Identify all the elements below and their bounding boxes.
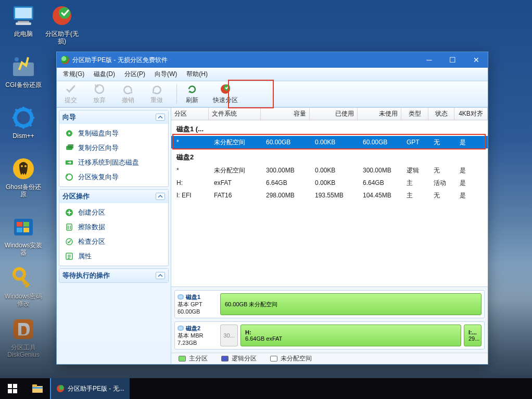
legend: 主分区 逻辑分区 未分配空间 bbox=[171, 353, 488, 364]
group-disk2[interactable]: 磁盘2 bbox=[171, 148, 488, 164]
group-disk1[interactable]: 磁盘1 (... bbox=[171, 120, 488, 136]
window-title: 分区助手PE版 - 无损分区免费软件 bbox=[72, 56, 168, 65]
disk-map-1[interactable]: 磁盘1 基本 GPT 60.00GB 60.00GB 未分配空间 bbox=[174, 290, 485, 318]
wizard-copy-disk[interactable]: 复制磁盘向导 bbox=[60, 126, 167, 141]
tool-refresh[interactable]: 刷新 bbox=[178, 81, 207, 107]
legend-primary: 主分区 bbox=[179, 354, 208, 363]
segment-i[interactable]: I:... 29... bbox=[464, 325, 482, 346]
close-button[interactable]: ✕ bbox=[464, 52, 488, 68]
col-align[interactable]: 4KB对齐 bbox=[454, 108, 488, 120]
disk-copy-icon bbox=[65, 129, 74, 138]
table-header: 分区 文件系统 容量 已使用 未使用 类型 状态 4KB对齐 bbox=[171, 108, 488, 120]
collapse-icon[interactable] bbox=[156, 193, 165, 200]
wipe-icon bbox=[65, 222, 74, 232]
svg-rect-10 bbox=[22, 124, 24, 129]
col-partition[interactable]: 分区 bbox=[171, 108, 209, 120]
titlebar[interactable]: 分区助手PE版 - 无损分区免费软件 ─ ☐ ✕ bbox=[57, 52, 488, 68]
op-create-partition[interactable]: 创建分区 bbox=[60, 205, 167, 220]
col-capacity[interactable]: 容量 bbox=[261, 108, 310, 120]
svg-rect-26 bbox=[20, 277, 30, 287]
panel-header[interactable]: 向导 bbox=[59, 110, 168, 124]
start-button[interactable] bbox=[0, 378, 25, 399]
menu-disk[interactable]: 磁盘(D) bbox=[90, 68, 119, 80]
svg-rect-21 bbox=[17, 222, 22, 227]
segment-h[interactable]: H: 6.64GB exFAT bbox=[240, 325, 461, 346]
desktop: 此电脑 分区助手(无损) CGI备份还原 Dism++ Ghost备份还原 Wi… bbox=[0, 0, 532, 399]
col-filesystem[interactable]: 文件系统 bbox=[209, 108, 261, 120]
svg-point-34 bbox=[68, 132, 70, 134]
app-icon bbox=[56, 384, 65, 393]
table-row[interactable]: * 未分配空间 60.00GB 0.00KB 60.00GB GPT 无 是 bbox=[171, 136, 488, 148]
partition-copy-icon bbox=[65, 143, 74, 153]
panel-header[interactable]: 分区操作 bbox=[59, 190, 168, 203]
desktop-icon-ghost-backup[interactable]: Ghost备份还原 bbox=[4, 156, 43, 198]
collapse-icon[interactable] bbox=[156, 114, 165, 121]
svg-rect-46 bbox=[13, 384, 17, 388]
svg-rect-27 bbox=[24, 283, 29, 288]
svg-rect-40 bbox=[67, 224, 72, 230]
disk-icon bbox=[178, 294, 184, 300]
refresh-icon bbox=[186, 83, 198, 95]
tool-redo[interactable]: 重做 bbox=[143, 81, 171, 107]
svg-rect-24 bbox=[23, 228, 29, 232]
svg-rect-11 bbox=[12, 117, 17, 119]
panel-header[interactable]: 等待执行的操作 bbox=[59, 269, 168, 282]
svg-rect-1 bbox=[15, 8, 32, 18]
disk-bar: 30... H: 6.64GB exFAT I:... 29... bbox=[220, 325, 482, 346]
desktop-icon-cgi-backup[interactable]: CGI备份还原 bbox=[4, 54, 43, 89]
svg-point-18 bbox=[21, 165, 23, 167]
tool-discard[interactable]: 放弃 bbox=[85, 81, 114, 107]
table-row[interactable]: I: EFI FAT16 298.00MB 193.55MB 104.45MB … bbox=[171, 189, 488, 202]
svg-rect-22 bbox=[23, 222, 29, 227]
disk-map-2[interactable]: 磁盘2 基本 MBR 7.23GB 30... H: 6.64GB exFAT bbox=[174, 321, 485, 350]
collapse-icon[interactable] bbox=[156, 272, 165, 279]
redo-icon bbox=[151, 83, 162, 95]
menu-general[interactable]: 常规(G) bbox=[59, 68, 88, 80]
col-free[interactable]: 未使用 bbox=[358, 108, 401, 120]
main-panel: 分区 文件系统 容量 已使用 未使用 类型 状态 4KB对齐 磁盘1 (... … bbox=[171, 108, 488, 364]
desktop-icon-partition-assistant[interactable]: 分区助手(无损) bbox=[43, 3, 81, 45]
col-used[interactable]: 已使用 bbox=[310, 108, 358, 120]
create-icon bbox=[65, 208, 74, 217]
desktop-icon-my-computer[interactable]: 此电脑 bbox=[4, 3, 43, 38]
op-check-partition[interactable]: 检查分区 bbox=[60, 234, 167, 249]
desktop-icon-dism[interactable]: Dism++ bbox=[4, 105, 43, 140]
tool-commit[interactable]: 提交 bbox=[57, 81, 85, 107]
svg-point-25 bbox=[14, 269, 24, 279]
icon-label: Dism++ bbox=[4, 132, 43, 140]
task-label: 分区助手PE版 - 无... bbox=[68, 384, 124, 393]
wizard-copy-partition[interactable]: 复制分区向导 bbox=[60, 141, 167, 155]
table-row[interactable]: * 未分配空间 300.00MB 0.00KB 300.00MB 逻辑 无 是 bbox=[171, 164, 488, 177]
svg-rect-51 bbox=[32, 387, 43, 389]
segment-unallocated-small[interactable]: 30... bbox=[220, 325, 238, 346]
icon-label: Windows密码修改 bbox=[4, 293, 43, 307]
tool-undo[interactable]: 撤销 bbox=[114, 81, 143, 107]
tool-quick-partition[interactable]: 快速分区 bbox=[207, 81, 244, 107]
taskbar-task[interactable]: 分区助手PE版 - 无... bbox=[50, 378, 130, 399]
op-wipe-data[interactable]: 擦除数据 bbox=[60, 220, 167, 234]
desktop-icon-windows-password[interactable]: Windows密码修改 bbox=[4, 266, 43, 307]
segment-unallocated[interactable]: 60.00GB 未分配空间 bbox=[220, 293, 482, 315]
menu-wizard[interactable]: 向导(W) bbox=[150, 68, 181, 80]
discard-icon bbox=[94, 83, 105, 95]
col-status[interactable]: 状态 bbox=[428, 108, 454, 120]
menu-help[interactable]: 帮助(H) bbox=[182, 68, 212, 80]
svg-rect-23 bbox=[17, 228, 22, 232]
op-properties[interactable]: 属性 bbox=[60, 249, 167, 264]
wizard-partition-recovery[interactable]: 分区恢复向导 bbox=[60, 170, 167, 184]
svg-point-7 bbox=[15, 57, 19, 61]
minimize-button[interactable]: ─ bbox=[417, 52, 441, 68]
wizard-migrate-ssd[interactable]: 迁移系统到固态磁盘 bbox=[60, 155, 167, 170]
maximize-button[interactable]: ☐ bbox=[441, 52, 464, 68]
menu-partition[interactable]: 分区(P) bbox=[120, 68, 149, 80]
col-type[interactable]: 类型 bbox=[401, 108, 428, 120]
desktop-icon-diskgenius[interactable]: 分区工具DiskGenius bbox=[4, 317, 43, 358]
partition-list[interactable]: 磁盘1 (... * 未分配空间 60.00GB 0.00KB 60.00GB … bbox=[171, 120, 488, 286]
app-window: 分区助手PE版 - 无损分区免费软件 ─ ☐ ✕ 常规(G) 磁盘(D) 分区(… bbox=[56, 52, 488, 365]
table-row[interactable]: H: exFAT 6.64GB 0.00KB 6.64GB 主 活动 是 bbox=[171, 177, 488, 189]
disk-map-area: 磁盘1 基本 GPT 60.00GB 60.00GB 未分配空间 磁盘2 bbox=[171, 286, 488, 353]
taskbar: 分区助手PE版 - 无... bbox=[0, 378, 532, 399]
desktop-icon-windows-installer[interactable]: Windows安装器 bbox=[4, 215, 43, 256]
svg-rect-20 bbox=[14, 219, 33, 235]
file-explorer-button[interactable] bbox=[25, 378, 50, 399]
